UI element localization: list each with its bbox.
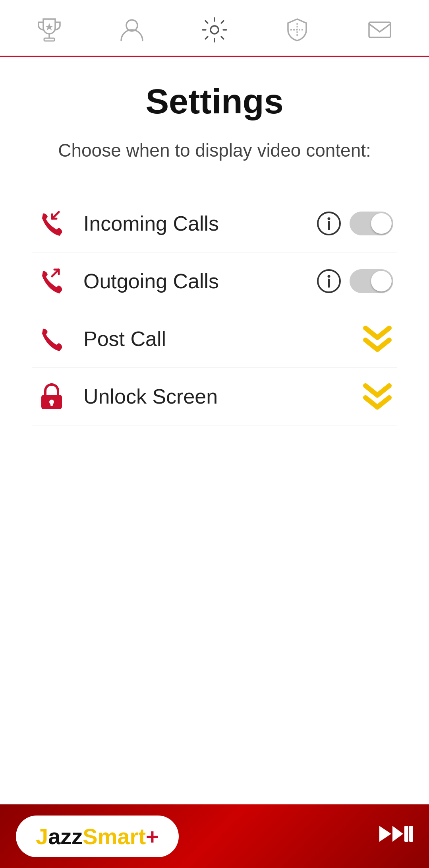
svg-rect-1 (44, 38, 54, 41)
settings-item-outgoing-calls[interactable]: Outgoing Calls (32, 252, 397, 310)
unlock-screen-label: Unlock Screen (83, 384, 361, 408)
svg-rect-21 (404, 826, 408, 842)
post-call-label: Post Call (83, 327, 361, 351)
svg-line-12 (52, 270, 59, 276)
phone-post-call-icon (36, 323, 68, 355)
svg-line-8 (52, 212, 59, 219)
bottom-bar: JazzSmart+ (0, 804, 429, 868)
settings-icon (201, 16, 228, 44)
incoming-calls-toggle[interactable] (350, 212, 393, 235)
post-call-action[interactable] (361, 325, 393, 353)
shield-icon (283, 16, 311, 44)
media-play-button[interactable] (377, 822, 413, 851)
svg-point-15 (328, 275, 330, 278)
outgoing-calls-action (316, 268, 393, 294)
trophy-icon (35, 16, 63, 44)
svg-rect-22 (409, 826, 413, 842)
nav-item-shield[interactable] (275, 12, 319, 48)
profile-icon (118, 16, 146, 44)
jazz-logo[interactable]: JazzSmart+ (16, 816, 179, 857)
phone-outgoing-icon (36, 265, 68, 297)
svg-marker-2 (45, 23, 53, 31)
svg-point-11 (328, 217, 330, 220)
logo-azz: azz (48, 824, 83, 849)
unlock-screen-chevron-icon (361, 383, 393, 410)
incoming-calls-action (316, 211, 393, 236)
main-content: Settings Choose when to display video co… (0, 57, 429, 441)
svg-marker-19 (379, 826, 391, 842)
nav-item-mail[interactable] (358, 12, 402, 48)
svg-point-4 (211, 26, 218, 34)
incoming-calls-info-icon[interactable] (316, 211, 342, 236)
page-subtitle: Choose when to display video content: (24, 138, 405, 163)
outgoing-calls-label: Outgoing Calls (83, 269, 316, 293)
svg-marker-20 (392, 826, 403, 842)
logo-plus: + (146, 824, 159, 849)
svg-rect-7 (369, 22, 390, 37)
outgoing-calls-info-icon[interactable] (316, 268, 342, 294)
nav-item-settings[interactable] (193, 12, 236, 48)
svg-rect-18 (50, 402, 53, 406)
unlock-screen-action[interactable] (361, 383, 393, 410)
media-controls (377, 822, 413, 851)
logo-smart: Smart (83, 824, 146, 849)
mail-icon (366, 16, 394, 44)
top-navigation (0, 0, 429, 57)
incoming-calls-label: Incoming Calls (83, 212, 316, 235)
phone-incoming-icon (36, 208, 68, 239)
settings-item-post-call[interactable]: Post Call (32, 310, 397, 368)
nav-item-profile[interactable] (110, 12, 154, 48)
settings-item-unlock-screen[interactable]: Unlock Screen (32, 368, 397, 425)
settings-list: Incoming Calls Outgoing Call (24, 195, 405, 425)
logo-j: J (36, 824, 48, 849)
page-title: Settings (24, 81, 405, 122)
settings-item-incoming-calls[interactable]: Incoming Calls (32, 195, 397, 252)
lock-icon (36, 381, 68, 412)
post-call-chevron-icon (361, 325, 393, 353)
nav-item-trophy[interactable] (27, 12, 71, 48)
outgoing-calls-toggle[interactable] (350, 269, 393, 293)
